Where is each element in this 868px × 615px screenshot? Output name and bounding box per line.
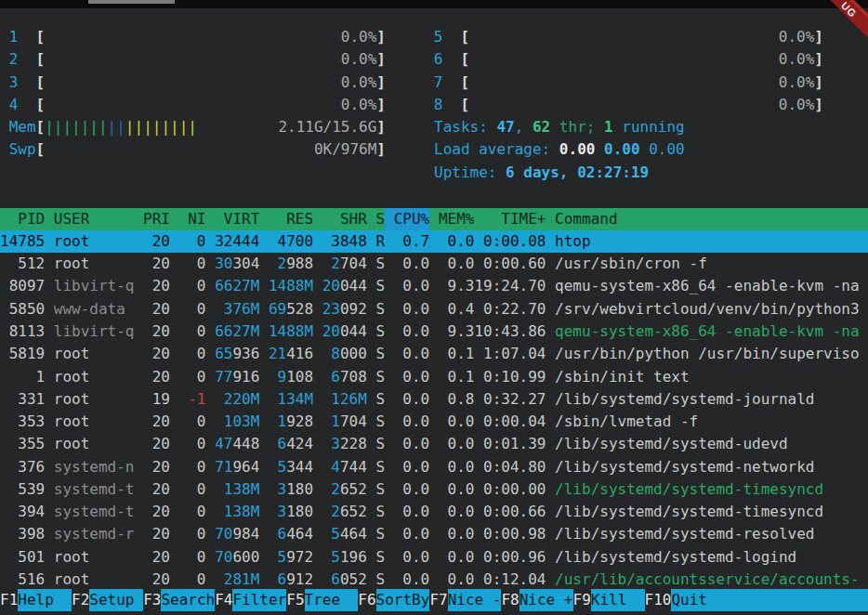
function-key-button[interactable]: Nice + bbox=[519, 589, 573, 611]
cell-time: 0:00.66 bbox=[474, 501, 546, 523]
process-row[interactable]: 539 systemd-t 20 0 138M 3180 2652 S 0.0 … bbox=[0, 478, 868, 501]
process-row[interactable]: 355 root 20 0 47448 6424 3228 S 0.0 0.00… bbox=[0, 433, 868, 455]
top-window-strip bbox=[0, 0, 868, 8]
process-table: PID USER PRI NI VIRT RES SHR S CPU% MEM%… bbox=[0, 208, 868, 590]
header-command[interactable]: Command bbox=[555, 208, 868, 230]
memory-meter-label: Swp bbox=[9, 138, 36, 161]
process-row[interactable]: 1 root 20 0 77916 9108 6708 S 0.0 0.10:1… bbox=[0, 366, 868, 388]
function-key-number[interactable]: F9 bbox=[573, 589, 591, 611]
function-key-number[interactable]: F1 bbox=[0, 589, 18, 611]
cell-user: systemd-r bbox=[54, 523, 135, 545]
cpu-meter-value: 0.0% bbox=[779, 72, 815, 94]
cell-virt: 65936 bbox=[215, 343, 259, 365]
cpu-meter: 7[0.0%] bbox=[425, 72, 823, 94]
function-key-button[interactable]: Kill bbox=[591, 589, 645, 611]
process-row[interactable]: 353 root 20 0 103M 1928 1704 S 0.0 0.00:… bbox=[0, 411, 868, 433]
cpu-meter-value: 0.0% bbox=[341, 26, 377, 48]
cell-virt: 220M bbox=[215, 388, 259, 411]
cell-virt: 6627M bbox=[215, 321, 259, 343]
cell-command: /lib/systemd/systemd-udevd bbox=[555, 433, 868, 455]
header-shr[interactable]: SHR bbox=[322, 208, 367, 230]
header-state[interactable]: S bbox=[375, 208, 385, 230]
header-virt[interactable]: VIRT bbox=[215, 208, 259, 230]
process-row[interactable]: 501 root 20 0 70600 5972 5196 S 0.0 0.00… bbox=[0, 546, 868, 569]
function-key-button[interactable]: Tree bbox=[305, 589, 359, 611]
header-user[interactable]: USER bbox=[54, 208, 135, 230]
process-row[interactable]: 5850 www-data 20 0 376M 69528 23092 S 0.… bbox=[0, 298, 868, 321]
process-row[interactable]: 14785 root 20 0 32444 4700 3848 R 0.7 0.… bbox=[0, 230, 868, 253]
function-key-button[interactable]: Help bbox=[18, 589, 72, 611]
process-row[interactable]: 331 root 19 -1 220M 134M 126M S 0.0 0.80… bbox=[0, 388, 868, 411]
cell-pri: 20 bbox=[143, 456, 170, 478]
meter-open-bracket: [ bbox=[461, 72, 470, 94]
cell-pri: 19 bbox=[143, 388, 170, 411]
function-key-number[interactable]: F7 bbox=[429, 589, 447, 611]
cell-res: 5344 bbox=[269, 456, 313, 478]
cell-ni: 0 bbox=[179, 478, 206, 501]
function-key-button[interactable]: Nice - bbox=[448, 589, 502, 611]
cell-mem: 0.0 bbox=[439, 523, 475, 545]
cell-user: root bbox=[54, 253, 135, 275]
function-key-number[interactable]: F6 bbox=[358, 589, 375, 611]
memory-meter-value: 0K/976M bbox=[314, 138, 376, 161]
cell-pid: 14785 bbox=[0, 230, 45, 253]
cell-time: 10:43.86 bbox=[474, 321, 546, 343]
process-row[interactable]: 512 root 20 0 30304 2988 2704 S 0.0 0.00… bbox=[0, 253, 868, 275]
cell-cpu: 0.7 bbox=[394, 230, 430, 253]
cell-user: root bbox=[54, 546, 135, 569]
cpu-meter-label: 8 bbox=[434, 94, 461, 116]
process-row[interactable]: 8097 libvirt-q 20 0 6627M 1488M 20044 S … bbox=[0, 275, 868, 297]
meter-close-bracket: ] bbox=[814, 94, 823, 116]
function-key-number[interactable]: F2 bbox=[72, 589, 89, 611]
function-key-number[interactable]: F3 bbox=[143, 589, 161, 611]
function-key-number[interactable]: F10 bbox=[645, 589, 672, 611]
cell-ni: 0 bbox=[179, 523, 206, 545]
cell-time: 0:32.27 bbox=[474, 388, 546, 411]
cell-cpu: 0.0 bbox=[394, 456, 430, 478]
cell-user: libvirt-q bbox=[54, 321, 135, 343]
cell-shr: 1704 bbox=[322, 411, 367, 433]
memory-meter: Mem[|||||||||||||||||2.11G/15.6G] bbox=[0, 116, 386, 138]
meter-fill bbox=[469, 26, 779, 48]
header-ni[interactable]: NI bbox=[179, 208, 206, 230]
cell-user: root bbox=[54, 343, 135, 365]
function-key-number[interactable]: F5 bbox=[286, 589, 304, 611]
process-row[interactable]: 8113 libvirt-q 20 0 6627M 1488M 20044 S … bbox=[0, 321, 868, 343]
cell-shr: 5464 bbox=[322, 523, 367, 545]
header-pri[interactable]: PRI bbox=[143, 208, 170, 230]
header-pid[interactable]: PID bbox=[0, 208, 45, 230]
cell-pri: 20 bbox=[143, 366, 170, 388]
process-row[interactable]: 376 systemd-n 20 0 71964 5344 4744 S 0.0… bbox=[0, 456, 868, 478]
cell-user: root bbox=[54, 411, 135, 433]
header-mem[interactable]: MEM% bbox=[439, 208, 475, 230]
function-key-number[interactable]: F8 bbox=[501, 589, 519, 611]
cell-cpu: 0.0 bbox=[394, 253, 430, 275]
cell-virt: 70600 bbox=[215, 546, 259, 569]
process-row[interactable]: 516 root 20 0 281M 6912 6052 S 0.0 0.00:… bbox=[0, 569, 868, 590]
cpu-meter-label: 4 bbox=[9, 94, 36, 116]
meter-fill bbox=[45, 72, 341, 94]
function-key-button[interactable]: Search bbox=[161, 589, 215, 611]
header-time[interactable]: TIME+ bbox=[474, 208, 546, 230]
header-res[interactable]: RES bbox=[269, 208, 313, 230]
process-row[interactable]: 398 systemd-r 20 0 70984 6464 5464 S 0.0… bbox=[0, 523, 868, 545]
function-key-button[interactable]: SortBy bbox=[376, 589, 430, 611]
meter-fill bbox=[469, 94, 779, 116]
header-cpu-sort-column[interactable]: CPU% bbox=[394, 208, 430, 230]
window-tab-remnant[interactable] bbox=[88, 0, 175, 4]
function-key-button[interactable]: Quit bbox=[671, 589, 868, 611]
meter-open-bracket: [ bbox=[461, 48, 470, 71]
function-key-button[interactable]: Filter bbox=[232, 589, 286, 611]
cell-time: 1:07.04 bbox=[474, 343, 546, 365]
cpu-meter: 5[0.0%] bbox=[425, 26, 823, 48]
process-row[interactable]: 5819 root 20 0 65936 21416 8000 S 0.0 0.… bbox=[0, 343, 868, 365]
cell-mem: 0.4 bbox=[439, 298, 475, 321]
cell-pri: 20 bbox=[143, 569, 170, 590]
function-key-number[interactable]: F4 bbox=[215, 589, 232, 611]
cell-time: 0:12.04 bbox=[474, 569, 546, 590]
tasks-count: 47 bbox=[496, 118, 514, 136]
debug-ribbon-text: UG bbox=[839, 0, 860, 20]
function-key-button[interactable]: Setup bbox=[89, 589, 143, 611]
cell-res: 6424 bbox=[269, 433, 313, 455]
process-row[interactable]: 394 systemd-t 20 0 138M 3180 2652 S 0.0 … bbox=[0, 501, 868, 523]
